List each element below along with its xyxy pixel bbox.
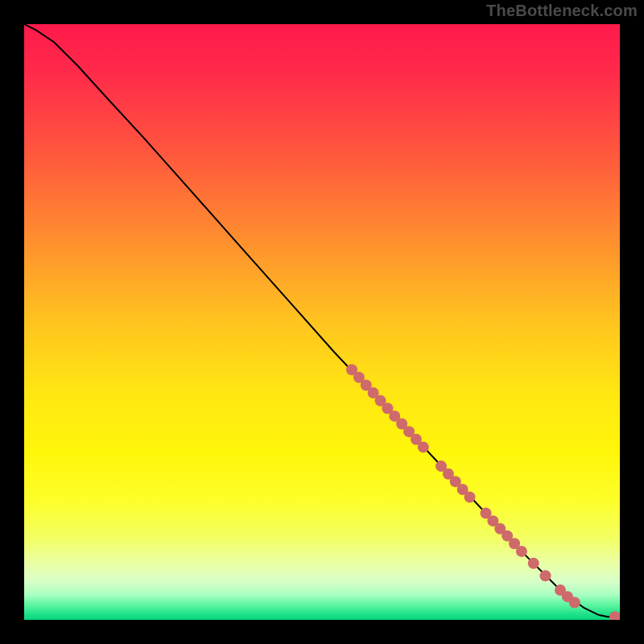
data-marker	[516, 546, 527, 557]
gradient-background	[24, 24, 620, 620]
data-marker	[569, 597, 580, 609]
chart-frame: TheBottleneck.com	[0, 0, 644, 644]
plot-area	[24, 24, 620, 620]
data-marker	[528, 558, 539, 569]
data-marker	[418, 441, 429, 452]
data-marker	[540, 570, 551, 581]
watermark-text: TheBottleneck.com	[486, 2, 638, 20]
data-marker	[464, 492, 476, 503]
bottleneck-chart	[24, 24, 620, 620]
